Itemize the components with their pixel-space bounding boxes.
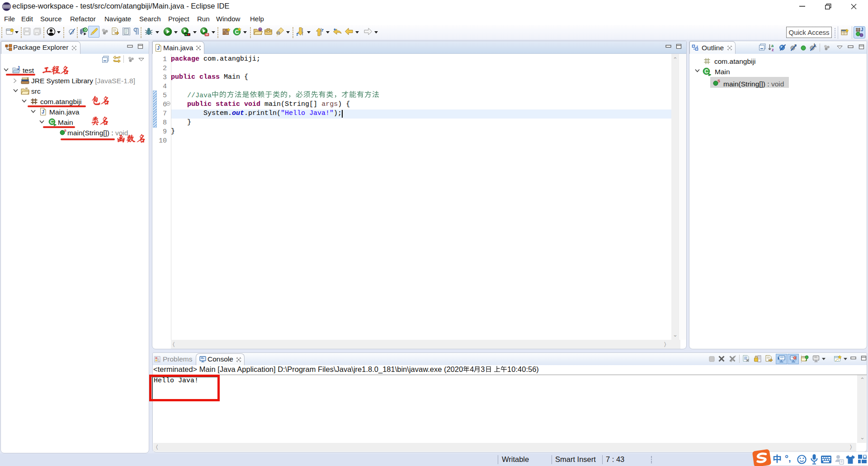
svg-text:S: S xyxy=(717,79,720,83)
svg-text:J: J xyxy=(17,66,20,71)
svg-text:J: J xyxy=(42,109,44,114)
svg-text:z: z xyxy=(772,48,774,52)
svg-text:C: C xyxy=(50,119,54,124)
svg-text:J: J xyxy=(157,45,160,51)
svg-text:J: J xyxy=(861,27,863,32)
svg-text:C: C xyxy=(704,68,708,75)
svg-text:s: s xyxy=(64,128,66,133)
